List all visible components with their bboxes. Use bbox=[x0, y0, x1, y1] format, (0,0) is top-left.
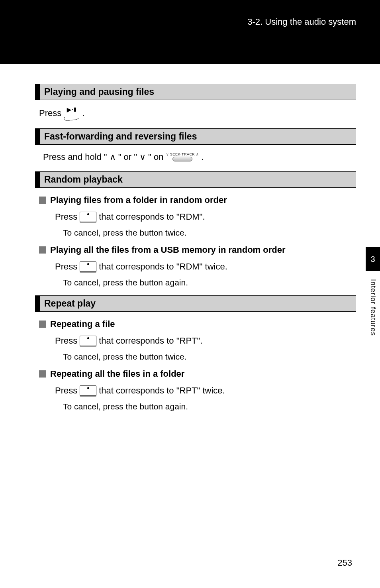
text-after-icon: that corresponds to "RDM" twice. bbox=[99, 260, 227, 273]
square-bullet-icon bbox=[39, 370, 46, 378]
heading-label: Playing and pausing files bbox=[40, 84, 356, 100]
breadcrumb: 3-2. Using the audio system bbox=[247, 17, 356, 27]
chapter-label: Interior features bbox=[369, 271, 377, 336]
play-pause-icon: ▶·Ⅱ bbox=[64, 106, 80, 120]
text-press: Press bbox=[55, 334, 77, 347]
heading-label: Random playback bbox=[40, 172, 356, 187]
text-after-icon: that corresponds to "RDM". bbox=[99, 210, 205, 223]
heading-label: Repeat play bbox=[40, 296, 356, 311]
sub-heading-repeat-file: Repeating a file bbox=[39, 319, 356, 329]
text-after-icon: that corresponds to "RPT". bbox=[99, 334, 202, 347]
text-after-icon: that corresponds to "RPT" twice. bbox=[99, 384, 225, 397]
seek-bar-icon bbox=[172, 157, 192, 161]
play-pause-line: Press ▶·Ⅱ . bbox=[39, 106, 356, 120]
text-period: . bbox=[82, 106, 84, 120]
ff-rev-line: Press and hold "∧" or "∨" on ∨ SEEK·TRAC… bbox=[43, 150, 356, 163]
random-folder-cancel: To cancel, press the button twice. bbox=[63, 228, 356, 238]
square-bullet-icon bbox=[39, 197, 46, 204]
random-usb-press-line: Press that corresponds to "RDM" twice. bbox=[55, 260, 356, 273]
header-band: 3-2. Using the audio system bbox=[0, 0, 380, 64]
heading-bar bbox=[35, 296, 40, 311]
repeat-folder-cancel: To cancel, press the button again. bbox=[63, 402, 356, 411]
chapter-number: 3 bbox=[366, 247, 380, 271]
square-bullet-icon bbox=[39, 321, 46, 328]
softkey-dot-icon bbox=[87, 213, 89, 215]
random-folder-press-line: Press that corresponds to "RDM". bbox=[55, 210, 356, 223]
text-fragment: " on bbox=[148, 150, 163, 163]
softkey-dot-icon bbox=[87, 337, 89, 339]
side-tab: 3 Interior features bbox=[366, 247, 380, 336]
softkey-dot-icon bbox=[87, 387, 89, 389]
sub-heading-text: Repeating all the files in a folder bbox=[50, 369, 184, 379]
content-area: Playing and pausing files Press ▶·Ⅱ . Fa… bbox=[0, 64, 380, 411]
text-press: Press bbox=[55, 260, 77, 273]
heading-bar bbox=[35, 172, 40, 187]
sub-heading-text: Playing files from a folder in random or… bbox=[50, 195, 227, 205]
sub-heading-text: Playing all the files from a USB memory … bbox=[50, 245, 285, 255]
sub-heading-random-folder: Playing files from a folder in random or… bbox=[39, 195, 356, 205]
page-number: 253 bbox=[337, 558, 352, 568]
repeat-file-press-line: Press that corresponds to "RPT". bbox=[55, 334, 356, 347]
text-fragment: " or " bbox=[118, 150, 137, 163]
sub-heading-random-usb: Playing all the files from a USB memory … bbox=[39, 245, 356, 255]
text-press: Press bbox=[55, 210, 77, 223]
caret-up-icon: ∧ bbox=[110, 150, 116, 163]
sub-heading-repeat-folder: Repeating all the files in a folder bbox=[39, 369, 356, 379]
seek-track-icon: ∨ SEEK·TRACK ∧ bbox=[166, 153, 199, 161]
heading-label: Fast-forwarding and reversing files bbox=[40, 129, 356, 144]
play-pause-glyph: ▶·Ⅱ bbox=[67, 106, 77, 114]
random-usb-cancel: To cancel, press the button again. bbox=[63, 278, 356, 287]
text-press: Press bbox=[55, 384, 77, 397]
heading-bar bbox=[35, 129, 40, 144]
softkey-icon bbox=[80, 336, 96, 346]
softkey-dot-icon bbox=[87, 263, 89, 265]
section-heading-play-pause: Playing and pausing files bbox=[35, 84, 356, 100]
section-heading-repeat: Repeat play bbox=[35, 295, 356, 312]
softkey-icon bbox=[80, 212, 96, 222]
text-fragment: . bbox=[202, 150, 204, 163]
caret-down-icon: ∨ bbox=[139, 150, 146, 163]
sub-heading-text: Repeating a file bbox=[50, 319, 115, 329]
text-press: Press bbox=[39, 106, 61, 120]
heading-bar bbox=[35, 84, 40, 100]
section-heading-ff-rev: Fast-forwarding and reversing files bbox=[35, 128, 356, 145]
softkey-icon bbox=[80, 385, 96, 396]
seek-track-label: ∨ SEEK·TRACK ∧ bbox=[166, 153, 199, 156]
button-oval-icon bbox=[63, 114, 80, 121]
square-bullet-icon bbox=[39, 246, 46, 254]
repeat-file-cancel: To cancel, press the button twice. bbox=[63, 352, 356, 362]
repeat-folder-press-line: Press that corresponds to "RPT" twice. bbox=[55, 384, 356, 397]
softkey-icon bbox=[80, 262, 96, 272]
section-heading-random: Random playback bbox=[35, 171, 356, 188]
text-fragment: Press and hold " bbox=[43, 150, 107, 163]
